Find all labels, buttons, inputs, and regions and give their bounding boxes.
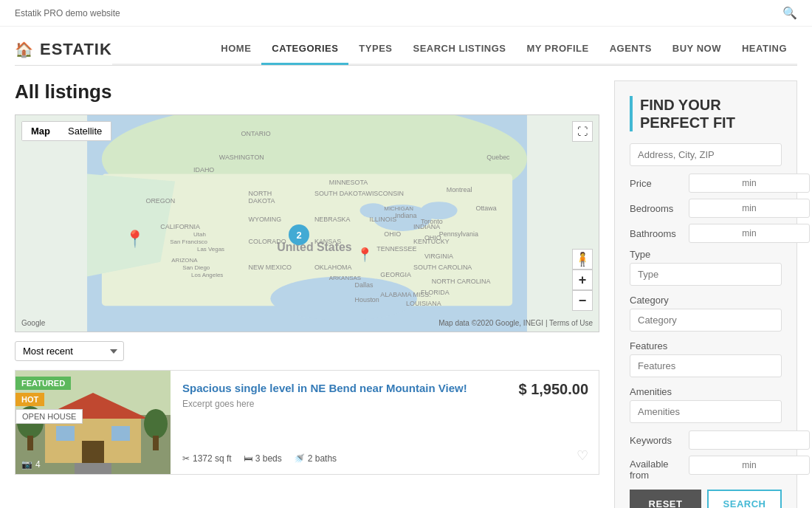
svg-text:LOUISIANA: LOUISIANA (406, 300, 441, 307)
available-label: Available from (630, 456, 689, 481)
map-tab-satellite[interactable]: Satellite (59, 122, 111, 140)
available-min-input[interactable] (689, 456, 810, 475)
nav-buy-now[interactable]: BUY NOW (662, 34, 732, 65)
map-marker-east[interactable]: 📍 (357, 247, 373, 263)
logo-icon: 🏠 (15, 41, 34, 58)
baths-icon: 🚿 (294, 453, 305, 464)
address-input[interactable] (630, 143, 782, 166)
svg-text:WISCONSIN: WISCONSIN (365, 190, 404, 197)
map-pegman-button[interactable]: 🧍 (572, 249, 593, 270)
amenities-label: Amenities (630, 386, 782, 397)
camera-icon: 📷 (21, 459, 32, 470)
svg-rect-66 (153, 436, 159, 450)
map-zoom-in-button[interactable]: + (572, 270, 593, 290)
map-tab-map[interactable]: Map (22, 122, 59, 140)
svg-text:WASHINGTON: WASHINGTON (219, 154, 264, 161)
svg-text:Utah: Utah (193, 231, 206, 238)
nav-categories[interactable]: CATEGORIES (261, 34, 348, 65)
top-bar: Estatik PRO demo website 🔍 (0, 0, 812, 27)
svg-text:Indiana: Indiana (395, 212, 416, 219)
svg-text:OREGON: OREGON (145, 197, 175, 205)
search-button[interactable]: SEARCH (707, 490, 782, 508)
map-attribution: Google (21, 319, 45, 327)
svg-text:Ottawa: Ottawa (475, 205, 496, 212)
svg-point-65 (144, 409, 168, 439)
sqft-icon: ✂ (182, 453, 190, 464)
svg-rect-61 (82, 441, 104, 463)
svg-text:ONTARIO: ONTARIO (241, 130, 271, 137)
map-marker-cluster[interactable]: 2 (289, 224, 309, 245)
keywords-row: Keywords (630, 430, 782, 450)
svg-text:Toronto: Toronto (421, 218, 443, 225)
listing-sqft: ✂ 1372 sq ft (182, 453, 232, 464)
logo-text: ESTATIK (40, 40, 112, 59)
reset-button[interactable]: RESET (630, 490, 701, 508)
listing-baths: 🚿 2 baths (294, 453, 337, 464)
nav-heating[interactable]: HEATING (732, 34, 797, 65)
svg-text:Los Angeles: Los Angeles (191, 272, 223, 278)
features-input[interactable] (630, 354, 782, 377)
svg-text:Las Vegas: Las Vegas (197, 246, 224, 253)
type-input[interactable] (630, 263, 782, 286)
nav-agents[interactable]: AGENTS (599, 34, 662, 65)
listing-image-wrap: FEATURED HOT OPEN HOUSE 📷 4 (16, 371, 171, 474)
badge-open-house: OPEN HOUSE (16, 409, 83, 424)
available-row: Available from (630, 456, 782, 481)
listing-price-col: $ 1,950.00 ♡ (503, 371, 599, 474)
svg-text:Montreal: Montreal (447, 186, 472, 193)
price-min-input[interactable] (689, 174, 810, 193)
listing-title[interactable]: Spacious single level in NE Bend near Mo… (182, 382, 467, 394)
main-nav: HOME CATEGORIES TYPES SEARCH LISTINGS MY… (112, 34, 797, 65)
svg-text:NORTH CAROLINA: NORTH CAROLINA (432, 278, 491, 285)
svg-rect-60 (111, 426, 130, 441)
svg-rect-64 (27, 436, 33, 450)
svg-text:OKLAHOMA: OKLAHOMA (314, 264, 352, 271)
svg-text:OHIO: OHIO (384, 230, 401, 238)
keywords-input[interactable] (689, 430, 810, 450)
nav-my-profile[interactable]: MY PROFILE (516, 34, 599, 65)
sort-select[interactable]: Most recent Price: Low to High Price: Hi… (15, 341, 124, 361)
map-marker-oregon[interactable]: 📍 (125, 230, 145, 249)
bedrooms-min-input[interactable] (689, 199, 810, 218)
sidebar-title: FIND YOUR PERFECT FIT (640, 96, 782, 131)
svg-text:IDAHO: IDAHO (193, 166, 214, 174)
bedrooms-range (689, 199, 812, 218)
svg-text:MINNESOTA: MINNESOTA (329, 179, 368, 186)
nav-search-listings[interactable]: SEARCH LISTINGS (402, 34, 516, 65)
svg-text:ILLINOIS: ILLINOIS (369, 216, 396, 223)
listing-photo-count: 📷 4 (21, 459, 41, 470)
nav-types[interactable]: TYPES (348, 34, 402, 65)
map-tab-bar: Map Satellite (21, 121, 111, 141)
svg-text:DAKOTA: DAKOTA (249, 197, 275, 205)
bathrooms-min-input[interactable] (689, 224, 810, 243)
logo: 🏠 ESTATIK (15, 40, 112, 59)
nav-home[interactable]: HOME (210, 34, 261, 65)
svg-text:NEW MEXICO: NEW MEXICO (249, 264, 292, 271)
sidebar: FIND YOUR PERFECT FIT Price Bedrooms (614, 80, 797, 508)
sort-bar: Most recent Price: Low to High Price: Hi… (15, 341, 599, 361)
map-expand-button[interactable]: ⛶ (572, 121, 593, 142)
svg-text:SOUTH CAROLINA: SOUTH CAROLINA (413, 264, 472, 271)
map-zoom-out-button[interactable]: − (572, 290, 593, 311)
svg-text:COLORADO: COLORADO (249, 238, 286, 245)
svg-text:TENNESSEE: TENNESSEE (376, 245, 416, 253)
favorite-button[interactable]: ♡ (577, 447, 588, 464)
search-icon[interactable]: 🔍 (782, 6, 797, 20)
category-input[interactable] (630, 309, 782, 332)
svg-text:MICHIGAN: MICHIGAN (384, 205, 413, 212)
price-label: Price (630, 178, 689, 189)
badge-hot: HOT (16, 393, 44, 406)
bedrooms-row: Bedrooms (630, 199, 782, 218)
svg-text:San Diego: San Diego (182, 264, 210, 271)
page-title: All listings (15, 80, 599, 103)
listing-card: FEATURED HOT OPEN HOUSE 📷 4 Spacious sin… (15, 370, 599, 475)
map-container: United States NORTH DAKOTA SOUTH DAKOTA … (15, 114, 599, 332)
svg-text:FLORIDA: FLORIDA (421, 289, 450, 296)
header: 🏠 ESTATIK HOME CATEGORIES TYPES SEARCH L… (0, 27, 812, 65)
svg-text:Pennsylvania: Pennsylvania (439, 230, 478, 238)
sidebar-title-bar: FIND YOUR PERFECT FIT (630, 96, 782, 131)
amenities-input[interactable] (630, 400, 782, 423)
svg-text:Dallas: Dallas (355, 281, 374, 289)
svg-text:KANSAS: KANSAS (314, 238, 341, 245)
beds-icon: 🛏 (244, 453, 252, 464)
